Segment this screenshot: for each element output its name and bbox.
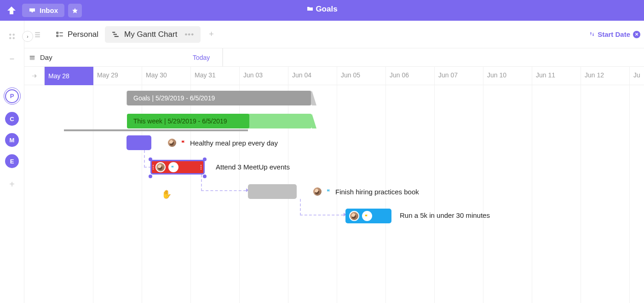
- flag-badge: [362, 211, 372, 221]
- calendar-icon: [29, 54, 35, 61]
- svg-rect-6: [35, 36, 40, 37]
- svg-rect-11: [112, 32, 115, 33]
- clear-sort-icon[interactable]: ✕: [633, 31, 640, 38]
- space-badge-e[interactable]: E: [5, 154, 19, 168]
- svg-rect-13: [115, 36, 119, 37]
- task-bar-run5k[interactable]: [345, 209, 391, 223]
- progress-indicator: [64, 129, 248, 131]
- gantt-icon: [111, 30, 120, 39]
- space-badge-c[interactable]: C: [5, 112, 19, 126]
- tab-personal[interactable]: Personal: [56, 30, 98, 39]
- date-column-header[interactable]: Jun 03: [240, 71, 288, 79]
- svg-rect-12: [114, 34, 117, 35]
- space-badge-m[interactable]: M: [5, 133, 19, 147]
- date-column-header[interactable]: Jun 06: [386, 71, 435, 79]
- svg-point-1: [13, 34, 15, 36]
- spaces-icon[interactable]: [7, 32, 17, 41]
- date-column-header[interactable]: May 28: [45, 67, 93, 85]
- svg-rect-15: [30, 55, 35, 56]
- svg-rect-8: [57, 35, 58, 36]
- tab-gantt-chart[interactable]: My Gantt Chart •••: [105, 26, 201, 43]
- favorites-button[interactable]: [68, 4, 82, 17]
- expand-sidebar-icon[interactable]: ›: [22, 31, 33, 42]
- sort-icon: [589, 30, 595, 38]
- dependency-node[interactable]: [203, 175, 207, 178]
- app-logo-icon[interactable]: [5, 4, 18, 17]
- task-bar-meal-prep[interactable]: [126, 135, 151, 150]
- svg-point-0: [9, 34, 12, 36]
- star-icon: [72, 7, 78, 14]
- date-column-header[interactable]: May 30: [142, 71, 191, 79]
- date-column-header[interactable]: Jun 04: [288, 71, 337, 79]
- dependency-node[interactable]: [149, 175, 152, 178]
- assignee-avatar[interactable]: [349, 211, 359, 221]
- date-column-header[interactable]: Ju: [630, 71, 644, 79]
- grab-cursor-icon: ✋: [161, 189, 172, 199]
- hierarchy-icon[interactable]: [34, 30, 43, 39]
- date-column-header[interactable]: Jun 11: [532, 71, 581, 79]
- task-label-meetup[interactable]: Attend 3 MeetUp events: [216, 163, 290, 171]
- svg-point-2: [9, 37, 12, 40]
- resize-handle-right[interactable]: [201, 163, 202, 171]
- inbox-label: Inbox: [40, 6, 58, 14]
- sort-by-start-date[interactable]: Start Date ✕: [589, 30, 640, 38]
- folder-icon: [306, 5, 314, 12]
- view-options-icon[interactable]: •••: [184, 30, 194, 39]
- page-title: Goals: [316, 5, 337, 13]
- assignee-avatar[interactable]: [312, 186, 322, 197]
- group-bar-goals[interactable]: Goals | 5/29/2019 - 6/5/2019: [127, 91, 311, 105]
- date-column-header[interactable]: May 31: [191, 71, 240, 79]
- assignee-avatar[interactable]: [167, 138, 177, 148]
- date-column-header[interactable]: May 29: [93, 71, 142, 79]
- task-bar-meetup[interactable]: [150, 160, 205, 175]
- collapse-icon[interactable]: –: [10, 54, 14, 64]
- svg-rect-5: [35, 34, 40, 35]
- space-badge-p[interactable]: P: [4, 87, 21, 105]
- inbox-button[interactable]: Inbox: [22, 4, 64, 17]
- date-column-header[interactable]: Jun 12: [581, 71, 630, 79]
- svg-rect-7: [57, 32, 58, 33]
- inbox-icon: [29, 7, 36, 14]
- resize-handle-left[interactable]: [153, 163, 155, 171]
- assignee-avatar[interactable]: [155, 162, 166, 172]
- flag-icon: [326, 188, 332, 195]
- add-space-icon[interactable]: +: [9, 179, 15, 190]
- dependency-node[interactable]: [203, 157, 207, 161]
- svg-point-3: [13, 37, 15, 40]
- timescale-selector[interactable]: Day: [29, 53, 52, 61]
- task-bar-hiring[interactable]: [248, 184, 297, 199]
- scroll-left-icon[interactable]: [24, 67, 45, 85]
- date-column-header[interactable]: Jun 07: [435, 71, 483, 79]
- flag-icon: [181, 140, 186, 146]
- task-label-meal[interactable]: Healthy meal prep every day: [190, 139, 278, 147]
- date-column-header[interactable]: Jun 10: [483, 71, 532, 79]
- flag-badge: [168, 162, 178, 172]
- task-label-run5k[interactable]: Run a 5k in under 30 minutes: [400, 211, 490, 219]
- group-bar-this-week[interactable]: This week | 5/29/2019 - 6/5/2019: [127, 114, 249, 128]
- dependency-node[interactable]: [149, 157, 152, 161]
- task-label-hiring[interactable]: Finish hiring practices book: [335, 188, 419, 196]
- add-view-icon[interactable]: +: [209, 29, 214, 39]
- list-icon: [56, 30, 64, 39]
- date-column-header[interactable]: Jun 05: [337, 71, 386, 79]
- today-link[interactable]: Today: [193, 54, 210, 61]
- svg-rect-4: [35, 32, 40, 33]
